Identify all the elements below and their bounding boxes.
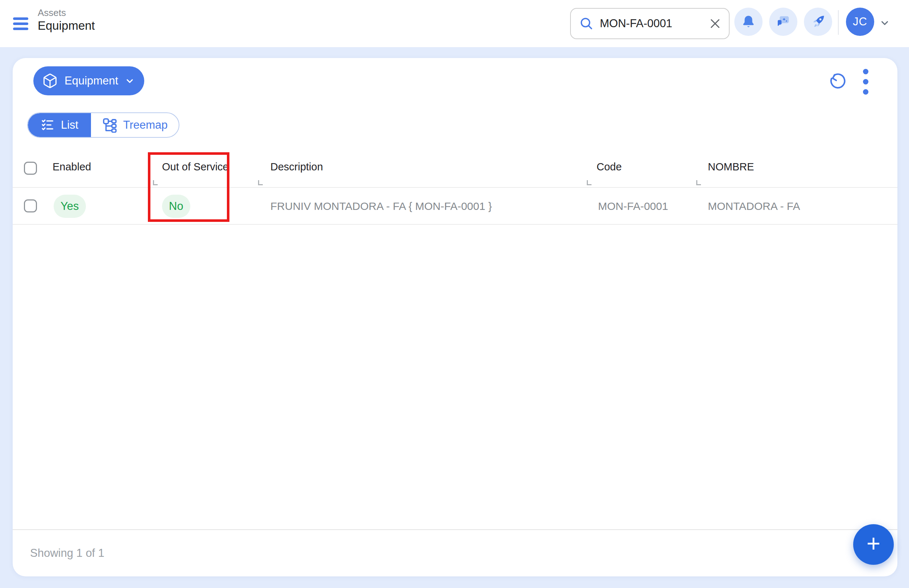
search-box[interactable] <box>570 8 730 39</box>
out-of-service-badge: No <box>162 195 190 218</box>
table-header-row: Enabled Out of Service Description Code … <box>13 152 898 188</box>
menu-icon[interactable] <box>11 13 31 34</box>
top-bar: Assets Equipment <box>0 0 909 47</box>
enabled-cell: Yes <box>54 189 86 224</box>
showing-count-label: Showing 1 of 1 <box>30 547 104 560</box>
topbar-divider <box>838 10 839 35</box>
entity-selector-label: Equipment <box>65 74 118 87</box>
entity-selector-button[interactable]: Equipment <box>33 66 144 95</box>
breadcrumb: Assets Equipment <box>38 7 95 33</box>
chat-sparkle-icon <box>775 13 791 30</box>
add-button[interactable]: + <box>853 524 894 565</box>
enabled-badge: Yes <box>54 195 86 218</box>
search-icon <box>579 16 594 31</box>
nombre-cell: MONTADORA - FA <box>708 189 800 224</box>
tab-list[interactable]: List <box>28 113 91 137</box>
row-checkbox[interactable] <box>24 199 37 212</box>
tab-list-label: List <box>61 118 78 132</box>
column-resize-handle[interactable] <box>153 180 158 185</box>
select-all-checkbox[interactable] <box>24 162 37 175</box>
clear-search-icon[interactable] <box>709 17 722 30</box>
ai-chat-button[interactable] <box>769 8 798 36</box>
content-card: Equipment List <box>13 58 898 577</box>
column-resize-handle[interactable] <box>258 180 263 185</box>
entity-chevron-down-icon <box>125 76 135 86</box>
avatar[interactable]: JC <box>846 8 874 36</box>
tab-treemap[interactable]: Treemap <box>91 113 179 137</box>
bell-icon <box>741 14 756 29</box>
column-header-code[interactable]: Code <box>597 161 622 173</box>
notifications-button[interactable] <box>734 8 762 36</box>
avatar-initials: JC <box>853 15 867 28</box>
breadcrumb-section: Assets <box>38 7 95 18</box>
package-icon <box>42 73 58 89</box>
rocket-icon <box>810 13 827 30</box>
search-input[interactable] <box>600 17 709 30</box>
column-resize-handle[interactable] <box>696 180 701 185</box>
treemap-view-icon <box>102 118 118 132</box>
column-resize-handle[interactable] <box>587 180 591 185</box>
column-header-enabled[interactable]: Enabled <box>53 161 91 173</box>
list-view-icon <box>40 118 55 132</box>
view-tabs: List Treemap <box>27 112 179 138</box>
more-options-icon[interactable] <box>853 68 878 96</box>
refresh-icon <box>827 73 846 90</box>
code-cell: MON-FA-0001 <box>598 189 668 224</box>
tab-treemap-label: Treemap <box>123 118 168 132</box>
table-footer: Showing 1 of 1 <box>13 529 898 577</box>
account-chevron-down-icon[interactable] <box>878 18 891 28</box>
out-of-service-cell: No <box>162 189 190 224</box>
description-cell: FRUNIV MONTADORA - FA { MON-FA-0001 } <box>270 189 492 224</box>
page-title: Equipment <box>38 18 95 33</box>
column-header-out-of-service[interactable]: Out of Service <box>162 161 229 173</box>
table-row[interactable]: Yes No FRUNIV MONTADORA - FA { MON-FA-00… <box>13 189 898 225</box>
launcher-button[interactable] <box>804 8 832 36</box>
column-header-description[interactable]: Description <box>270 161 323 173</box>
refresh-button[interactable] <box>824 69 849 94</box>
column-header-nombre[interactable]: NOMBRE <box>708 161 754 173</box>
